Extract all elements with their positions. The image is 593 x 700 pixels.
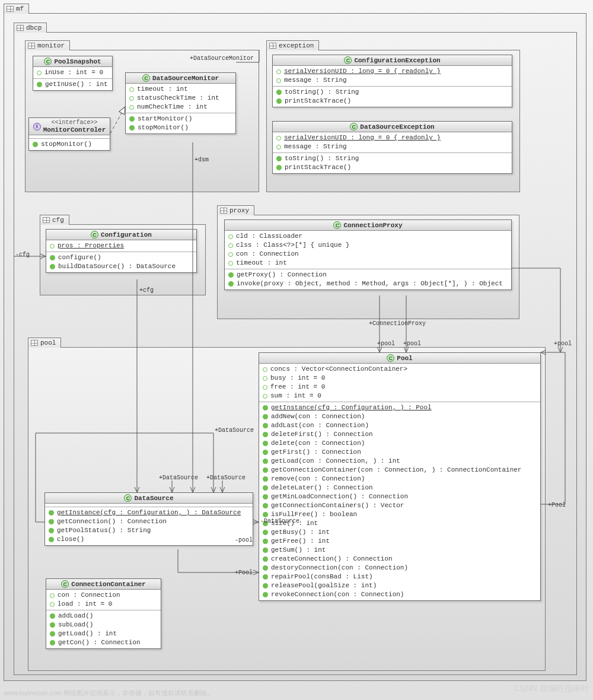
- stereotype: <<interface>>: [51, 119, 97, 126]
- package-tab-exception: exception: [266, 40, 319, 50]
- class-configuration[interactable]: CConfiguration pros : Properties configu…: [46, 229, 197, 273]
- package-tab-cfg: cfg: [40, 215, 69, 225]
- label-dsm-top: +DataSourceMonitor: [190, 55, 254, 62]
- class-name: MonitorControler: [43, 126, 106, 134]
- package-icon: [7, 6, 14, 12]
- package-icon: [220, 208, 227, 214]
- package-label: mf: [16, 5, 24, 12]
- watermark-right: CSDN @编程指南针: [514, 683, 589, 694]
- package-icon: [28, 43, 35, 49]
- interface-monitorcontroler[interactable]: I <<interface>> MonitorControler stopMon…: [28, 117, 110, 151]
- package-tab-pool: pool: [28, 338, 61, 348]
- class-configurationexception[interactable]: CConfigurationException serialVersionUID…: [272, 55, 512, 107]
- label-neg-pool: -pool: [235, 537, 253, 543]
- label-neg-ds: -DataSource: [260, 518, 299, 524]
- package-tab-proxy: proxy: [217, 205, 254, 215]
- package-label: exception: [279, 42, 314, 49]
- package-label: proxy: [229, 207, 249, 214]
- package-icon: [269, 43, 276, 49]
- attr-section: inUse : int = 0: [33, 67, 112, 79]
- label-cfg-left: -cfg: [15, 252, 30, 258]
- label-ds3: +DataSource: [215, 427, 254, 434]
- label-dsm: +dsm: [195, 157, 209, 163]
- label-pool-r1: +pool: [377, 341, 395, 347]
- package-icon: [17, 25, 24, 31]
- package-label: dbcp: [26, 24, 42, 31]
- package-label: pool: [40, 339, 56, 346]
- class-name: DataSourceMonitor: [152, 75, 219, 82]
- class-name: PoolSnapshot: [54, 58, 101, 65]
- package-label: monitor: [37, 42, 65, 49]
- label-ds1: +DataSource: [159, 475, 198, 481]
- watermark-left: www.toymoban.com 网络图片仅供展示，非存储，如有侵权请联系删除。: [4, 689, 213, 698]
- class-connectioncontainer[interactable]: CConnectionContainer con : Connection lo…: [46, 578, 161, 649]
- uml-canvas: mf dbcp monitor exception cfg proxy: [0, 0, 593, 700]
- label-connproxy: +ConnectionProxy: [369, 320, 426, 327]
- package-icon: [31, 340, 38, 346]
- op-section: getInUse() : int: [33, 79, 112, 90]
- label-pool-r2: +pool: [403, 341, 421, 347]
- interface-icon: I: [33, 123, 41, 131]
- visibility-icon: [37, 71, 42, 75]
- class-datasourceexception[interactable]: CDataSourceException serialVersionUID : …: [272, 121, 512, 174]
- class-pool[interactable]: CPool concs : Vector<ConnectionContainer…: [259, 352, 541, 601]
- class-datasource[interactable]: CDataSource getInstance(cfg : Configurat…: [44, 492, 253, 546]
- package-icon: [43, 217, 50, 223]
- label-pool-r3: +pool: [554, 341, 572, 347]
- label-pool-right: +Pool: [548, 502, 566, 508]
- class-icon: C: [142, 74, 150, 82]
- package-tab-mf: mf: [4, 4, 29, 14]
- class-connectionproxy[interactable]: CConnectionProxy cld : ClassLoader clss …: [224, 219, 512, 290]
- package-tab-monitor: monitor: [25, 40, 70, 50]
- package-tab-dbcp: dbcp: [14, 23, 47, 33]
- label-cfg-below: +cfg: [139, 287, 154, 294]
- class-icon: C: [44, 58, 52, 65]
- class-poolsnapshot[interactable]: CPoolSnapshot inUse : int = 0 getInUse()…: [33, 56, 113, 91]
- visibility-icon: [37, 82, 42, 87]
- label-plus-pool-b: +Pool: [235, 569, 253, 576]
- class-datasourcemonitor[interactable]: CDataSourceMonitor timeout : int statusC…: [125, 72, 236, 134]
- package-label: cfg: [52, 217, 64, 224]
- label-ds2: +DataSource: [206, 475, 246, 481]
